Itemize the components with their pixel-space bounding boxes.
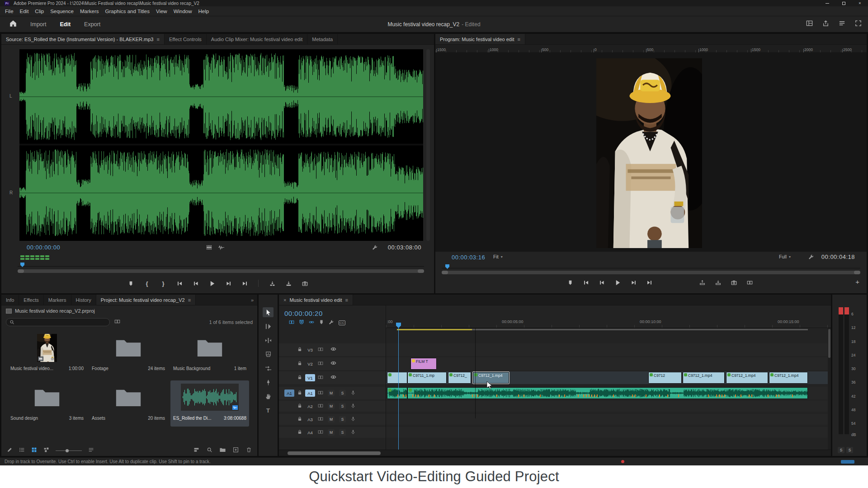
sync-lock-icon[interactable] (318, 374, 323, 382)
panel-menu-icon[interactable]: ≡ (517, 37, 520, 42)
slip-tool[interactable] (263, 363, 274, 373)
hand-tool[interactable] (263, 391, 274, 401)
voiceover-record-icon[interactable] (350, 428, 356, 436)
track-header-a4[interactable]: A4 M S (279, 427, 386, 438)
goto-out-icon[interactable] (644, 277, 655, 288)
sort-icons[interactable] (88, 446, 94, 455)
program-timecode[interactable]: 00:00:03:16 (452, 254, 485, 261)
project-item-sequence[interactable]: Music festival video... 1:00:00 (8, 331, 86, 377)
menu-markers[interactable]: Markers (77, 6, 102, 16)
progress-dashboard-icon[interactable] (839, 20, 845, 28)
list-view-icon[interactable] (19, 446, 25, 455)
tab-history[interactable]: History (71, 295, 96, 305)
workspaces-icon[interactable] (806, 20, 813, 28)
timeline-vertical-scrollbar[interactable] (828, 328, 831, 450)
tab-source[interactable]: Source: ES_Rolled the Die (Instrumental … (1, 34, 165, 44)
scrollbar-handle[interactable] (288, 451, 381, 455)
tab-edit[interactable]: Edit (53, 16, 77, 33)
goto-in-icon[interactable] (580, 277, 591, 288)
project-item-bin-footage[interactable]: Footage 24 items (89, 331, 168, 377)
lock-icon[interactable] (297, 360, 302, 368)
search-field[interactable] (17, 319, 106, 325)
menu-edit[interactable]: Edit (17, 6, 32, 16)
tab-export[interactable]: Export (77, 16, 107, 33)
program-video-area[interactable] (435, 53, 867, 252)
export-frame-icon[interactable] (299, 278, 310, 289)
step-forward-icon[interactable] (628, 277, 639, 288)
insert-icon[interactable] (267, 278, 278, 289)
item-name[interactable]: ES_Rolled the Di... (173, 416, 212, 421)
lock-icon[interactable] (297, 415, 302, 423)
mute-button[interactable]: M (328, 390, 335, 396)
freeform-view-icon[interactable] (43, 446, 49, 455)
drag-audio-only-icon[interactable] (218, 244, 225, 253)
timeline-clip-video[interactable]: C9712 (648, 372, 682, 384)
linked-selection-icon[interactable] (309, 319, 314, 327)
track-a4[interactable] (386, 427, 831, 438)
source-vertical-scrollbar[interactable] (426, 49, 430, 241)
export-frame-icon[interactable] (728, 277, 739, 288)
project-item-bin-music[interactable]: Music Background 1 item (170, 331, 249, 377)
play-icon[interactable] (612, 277, 623, 288)
captions-icon[interactable]: CC (339, 320, 345, 325)
sync-lock-icon[interactable] (318, 346, 323, 354)
selection-tool[interactable] (263, 307, 274, 317)
snap-icon[interactable] (299, 319, 304, 327)
tab-metadata[interactable]: Metadata (307, 34, 338, 44)
project-item-audio-selected[interactable]: ES_Rolled the Di... 3:08:00688 (170, 380, 249, 427)
project-file-name[interactable]: Music festival video recap_V2.prproj (15, 308, 95, 314)
mute-button[interactable]: M (328, 429, 335, 436)
timeline-clip-graphic[interactable]: FILM T (410, 358, 437, 370)
panel-menu-icon[interactable]: ≡ (345, 297, 348, 303)
source-settings-icon[interactable] (372, 244, 378, 252)
program-playhead-icon[interactable] (445, 264, 449, 269)
home-icon[interactable] (9, 19, 17, 29)
goto-in-icon[interactable] (174, 278, 185, 289)
item-name[interactable]: Sound design (10, 416, 38, 421)
track-name[interactable]: A4 (305, 429, 315, 436)
add-marker-icon[interactable] (319, 319, 324, 327)
track-output-icon[interactable] (330, 360, 336, 368)
track-name[interactable]: V1 (305, 374, 315, 381)
timeline-ruler[interactable]: :00 00:00:05:00 00:00:10:00 00:00:15:00 (386, 305, 831, 328)
drag-video-only-icon[interactable] (206, 244, 212, 253)
track-v2[interactable]: FILM T (386, 357, 831, 370)
timeline-clip-video[interactable]: C9711_1.mp (407, 372, 447, 384)
voiceover-record-icon[interactable] (350, 389, 356, 397)
lock-icon[interactable] (297, 374, 302, 382)
lock-icon[interactable] (297, 428, 302, 436)
add-marker-icon[interactable] (565, 277, 576, 288)
thumbnail-zoom-slider[interactable] (56, 450, 82, 451)
panel-menu-icon[interactable]: ≡ (156, 37, 159, 42)
fullscreen-icon[interactable] (855, 20, 862, 28)
lock-icon[interactable] (297, 402, 302, 410)
lock-icon[interactable] (297, 346, 302, 354)
type-tool[interactable]: T (263, 405, 274, 415)
tab-markers[interactable]: Markers (44, 295, 71, 305)
new-bin-icon[interactable] (220, 446, 226, 455)
close-button[interactable]: × (852, 0, 868, 6)
tab-effects[interactable]: Effects (19, 295, 43, 305)
track-header-v1[interactable]: V1 (279, 371, 386, 384)
step-back-icon[interactable] (596, 277, 607, 288)
track-name[interactable]: A3 (305, 416, 315, 423)
track-name[interactable]: V3 (305, 346, 315, 353)
add-marker-icon[interactable] (125, 278, 136, 289)
solo-left-button[interactable]: S (838, 447, 844, 453)
menu-graphics-titles[interactable]: Graphics and Titles (102, 6, 153, 16)
maximize-button[interactable] (835, 0, 852, 6)
item-name[interactable]: Assets (92, 416, 105, 421)
timeline-clip-video[interactable]: C9712_1.mp4 (726, 372, 768, 384)
timeline-track-area[interactable]: :00 00:00:05:00 00:00:10:00 00:00:15:00 (386, 305, 831, 450)
solo-button[interactable]: S (339, 416, 346, 422)
tab-effect-controls[interactable]: Effect Controls (165, 34, 207, 44)
step-forward-icon[interactable] (223, 278, 234, 289)
sync-lock-icon[interactable] (318, 389, 323, 397)
new-item-icon[interactable] (233, 446, 239, 455)
source-waveform-display[interactable] (19, 49, 423, 241)
track-name[interactable]: A1 (305, 389, 315, 397)
mark-out-icon[interactable]: } (158, 278, 169, 289)
project-item-bin-sound[interactable]: Sound design 3 items (8, 380, 86, 427)
timeline-clip-video[interactable] (387, 372, 407, 384)
lift-icon[interactable] (697, 277, 708, 288)
